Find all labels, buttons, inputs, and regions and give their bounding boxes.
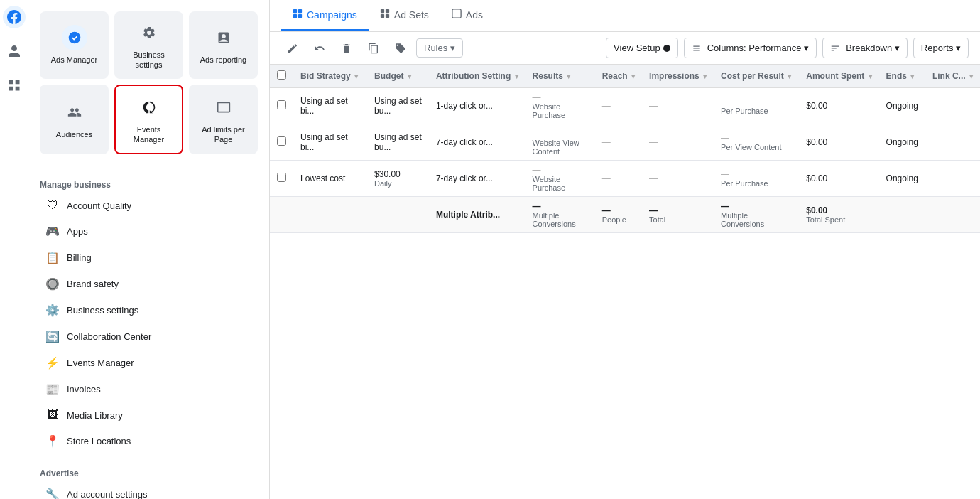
breakdown-label: Breakdown ▾ — [846, 43, 900, 53]
row2-budget: Using ad set bu... — [367, 124, 429, 161]
quick-item-events-manager[interactable]: Events Manager — [114, 85, 183, 155]
row2-ends: Ongoing — [879, 124, 925, 161]
row3-cost: — Per Purchase — [714, 161, 799, 197]
row2-checkbox-cell[interactable] — [270, 124, 293, 161]
rules-button[interactable]: Rules ▾ — [416, 38, 463, 58]
sidebar-item-account-quality[interactable]: 🛡 Account Quality — [34, 193, 263, 218]
row1-bid-strategy: Using ad set bi... — [293, 88, 367, 124]
row2-checkbox[interactable] — [277, 136, 286, 146]
view-setup-dot — [663, 45, 670, 52]
delete-button[interactable] — [335, 38, 358, 58]
row1-cost: — Per Purchase — [714, 88, 799, 124]
sort-arrow-reach: ▾ — [631, 73, 635, 80]
row3-checkbox[interactable] — [277, 173, 286, 182]
sidebar-item-label-business-settings: Business settings — [67, 305, 138, 316]
row3-checkbox-cell[interactable] — [270, 161, 293, 197]
undo-button[interactable] — [308, 38, 331, 58]
tab-ad-sets-label: Ad Sets — [394, 9, 429, 21]
view-setup-label: View Setup — [614, 43, 660, 53]
breakdown-button[interactable]: Breakdown ▾ — [822, 38, 908, 58]
quick-item-ad-limits[interactable]: Ad limits per Page — [189, 85, 258, 155]
row1-results: — Website Purchase — [526, 88, 595, 124]
grid-menu-icon[interactable] — [3, 74, 26, 97]
ads-reporting-quick-label: Ads reporting — [200, 55, 246, 65]
sort-arrow-amount: ▾ — [869, 73, 872, 80]
ad-limits-quick-label: Ad limits per Page — [195, 124, 252, 145]
th-bid-strategy[interactable]: Bid Strategy ▾ — [293, 65, 367, 88]
svg-rect-9 — [386, 14, 389, 18]
svg-rect-4 — [293, 14, 297, 18]
business-settings-icon: ⚙️ — [45, 304, 60, 317]
tag-button[interactable] — [389, 38, 412, 58]
sidebar-item-collaboration-center[interactable]: 🔄 Collaboration Center — [34, 324, 263, 349]
ads-tab-icon — [452, 9, 462, 21]
sort-arrow-results: ▾ — [567, 73, 570, 80]
quick-item-ads-manager[interactable]: Ads Manager — [40, 11, 109, 79]
sidebar-item-ad-account-settings[interactable]: 🔧 Ad account settings — [34, 482, 263, 499]
th-reach[interactable]: Reach ▾ — [595, 65, 642, 88]
table-row: Using ad set bi... Using ad set bu... 7-… — [270, 124, 980, 161]
table-row: Lowest cost $30.00 Daily 7-day click or.… — [270, 161, 980, 197]
row1-checkbox-cell[interactable] — [270, 88, 293, 124]
facebook-logo-icon — [3, 6, 26, 28]
events-manager-quick-label: Events Manager — [121, 124, 176, 145]
total-bid — [293, 197, 367, 233]
sidebar-item-label-ad-account-settings: Ad account settings — [67, 489, 147, 499]
th-amount-spent[interactable]: Amount Spent ▾ — [799, 65, 878, 88]
th-impressions[interactable]: Impressions ▾ — [642, 65, 714, 88]
sidebar-item-media-library[interactable]: 🖼 Media Library — [34, 403, 263, 427]
account-quality-icon: 🛡 — [45, 199, 60, 212]
sidebar-item-store-locations[interactable]: 📍 Store Locations — [34, 429, 263, 454]
sidebar-item-invoices[interactable]: 📰 Invoices — [34, 377, 263, 402]
sort-arrow-impressions: ▾ — [703, 73, 707, 80]
collaboration-icon: 🔄 — [45, 330, 60, 343]
brand-safety-icon: 🔘 — [45, 277, 60, 291]
th-checkbox[interactable] — [270, 65, 293, 88]
audiences-quick-icon — [62, 100, 87, 125]
svg-rect-5 — [298, 14, 302, 18]
quick-item-business-settings[interactable]: Business settings — [114, 11, 183, 79]
sort-arrow-bid: ▾ — [354, 73, 358, 80]
edit-button[interactable] — [281, 38, 304, 58]
row3-impressions: — — [642, 161, 714, 197]
row1-impressions: — — [642, 88, 714, 124]
tab-campaigns[interactable]: Campaigns — [281, 0, 369, 31]
ad-limits-quick-icon — [211, 95, 236, 120]
reports-button[interactable]: Reports ▾ — [913, 38, 969, 58]
columns-button[interactable]: Columns: Performance ▾ — [684, 38, 817, 58]
person-icon[interactable] — [3, 40, 26, 63]
th-cost-per-result[interactable]: Cost per Result ▾ — [714, 65, 799, 88]
sidebar-item-label-account-quality: Account Quality — [67, 200, 131, 211]
th-link-c[interactable]: Link C... ▾ — [925, 65, 980, 88]
row1-checkbox[interactable] — [277, 100, 286, 109]
quick-access-grid: Ads Manager Business settings Ads report… — [28, 0, 269, 166]
view-setup-button[interactable]: View Setup — [606, 38, 678, 58]
sidebar-item-apps[interactable]: 🎮 Apps — [34, 219, 263, 244]
total-reach: — People — [595, 197, 642, 233]
th-attribution[interactable]: Attribution Setting ▾ — [429, 65, 526, 88]
row3-amount: $0.00 — [799, 161, 878, 197]
total-impressions: — Total — [642, 197, 714, 233]
sidebar-item-brand-safety[interactable]: 🔘 Brand safety — [34, 272, 263, 296]
th-ends[interactable]: Ends ▾ — [879, 65, 925, 88]
sidebar-item-business-settings[interactable]: ⚙️ Business settings — [34, 298, 263, 323]
th-results[interactable]: Results ▾ — [526, 65, 595, 88]
row3-attribution: 7-day click or... — [429, 161, 526, 197]
row1-link — [925, 88, 980, 124]
total-cost: — Multiple Conversions — [714, 197, 799, 233]
table-wrap: Bid Strategy ▾ Budget ▾ Attribution Sett… — [270, 65, 980, 499]
th-budget[interactable]: Budget ▾ — [367, 65, 429, 88]
sidebar-item-billing[interactable]: 📋 Billing — [34, 245, 263, 270]
sidebar-item-label-apps: Apps — [67, 226, 88, 237]
select-all-checkbox[interactable] — [277, 70, 286, 80]
sidebar-item-label-media-library: Media Library — [67, 410, 123, 421]
media-library-icon: 🖼 — [45, 409, 60, 422]
tab-ads[interactable]: Ads — [440, 0, 494, 31]
quick-item-ads-reporting[interactable]: Ads reporting — [189, 11, 258, 79]
row2-link — [925, 124, 980, 161]
duplicate-button[interactable] — [362, 38, 385, 58]
sort-arrow-budget: ▾ — [408, 73, 411, 80]
sidebar-item-events-manager[interactable]: ⚡ Events Manager — [34, 350, 263, 375]
tab-ad-sets[interactable]: Ad Sets — [369, 0, 440, 31]
quick-item-audiences[interactable]: Audiences — [40, 85, 109, 155]
